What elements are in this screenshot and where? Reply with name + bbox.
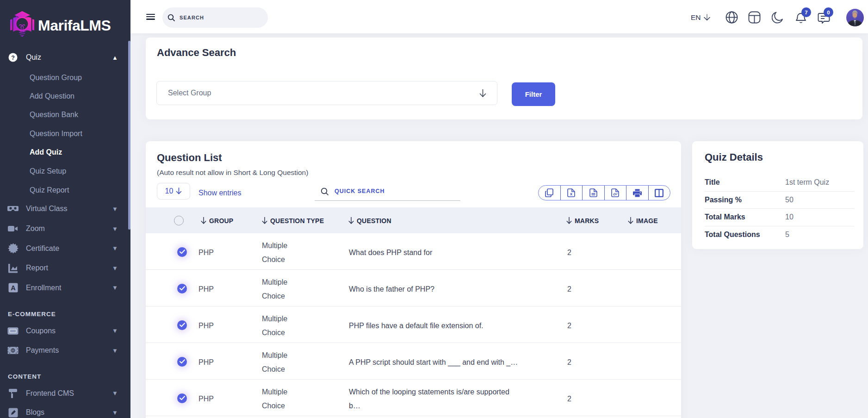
svg-text:0: 0 (12, 348, 14, 353)
svg-text:?: ? (11, 55, 15, 61)
svg-text:A: A (11, 284, 16, 292)
svg-text:x: x (570, 192, 572, 196)
